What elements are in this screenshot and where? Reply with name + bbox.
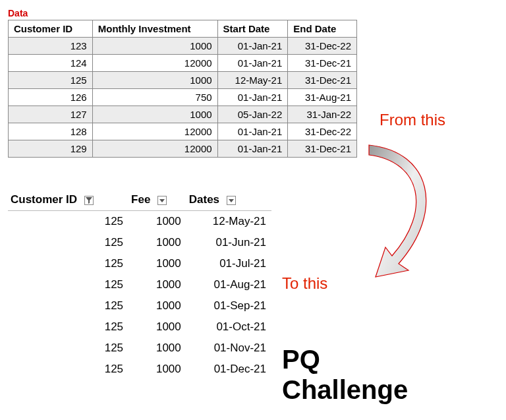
- table-row: 125100001-Jun-21: [8, 232, 271, 253]
- cell-start-date: 05-Jan-22: [217, 106, 288, 123]
- cell-monthly-investment: 12000: [92, 140, 217, 158]
- cell-customer-id: 125: [8, 316, 128, 338]
- cell-fee: 1000: [128, 338, 186, 359]
- table-row: 125100012-May-2131-Dec-21: [9, 72, 357, 89]
- cell-customer-id: 125: [8, 295, 128, 316]
- pq-challenge-title: PQ Challenge: [282, 344, 408, 405]
- col-header-label: Fee: [131, 193, 150, 206]
- cell-monthly-investment: 750: [92, 89, 217, 106]
- source-data-table: Customer ID Monthly Investment Start Dat…: [8, 20, 357, 158]
- cell-customer-id: 125: [8, 274, 128, 295]
- table-row: 125100012-May-21: [8, 211, 271, 233]
- col-header-label: Dates: [189, 193, 219, 206]
- cell-fee: 1000: [128, 211, 186, 233]
- table-row: 12675001-Jan-2131-Aug-21: [9, 89, 357, 106]
- table-row: 123100001-Jan-2131-Dec-22: [9, 38, 357, 55]
- cell-fee: 1000: [128, 253, 186, 274]
- table-row: 125100001-Dec-21: [8, 359, 271, 380]
- cell-customer-id: 125: [9, 72, 93, 89]
- col-header-monthly-investment: Monthly Investment: [92, 20, 217, 38]
- cell-end-date: 31-Jan-22: [288, 106, 357, 123]
- col-header-fee[interactable]: Fee: [128, 189, 186, 211]
- cell-customer-id: 124: [9, 55, 93, 72]
- col-header-label: Customer ID: [11, 193, 77, 206]
- cell-fee: 1000: [128, 359, 186, 380]
- cell-customer-id: 129: [9, 140, 93, 158]
- table-row: 127100005-Jan-2231-Jan-22: [9, 106, 357, 123]
- dropdown-icon[interactable]: [227, 196, 236, 205]
- cell-end-date: 31-Aug-21: [288, 89, 357, 106]
- cell-monthly-investment: 1000: [92, 72, 217, 89]
- filter-icon[interactable]: [84, 196, 94, 205]
- cell-date: 01-Sep-21: [186, 295, 271, 316]
- challenge-text: Challenge: [282, 375, 408, 404]
- col-header-customer-id: Customer ID: [9, 20, 93, 38]
- cell-start-date: 01-Jan-21: [217, 38, 288, 55]
- table-row: 125100001-Aug-21: [8, 274, 271, 295]
- table-row: 1291200001-Jan-2131-Dec-21: [9, 140, 357, 158]
- cell-date: 01-Oct-21: [186, 316, 271, 338]
- cell-date: 12-May-21: [186, 211, 271, 233]
- cell-customer-id: 125: [8, 211, 128, 233]
- cell-customer-id: 125: [8, 253, 128, 274]
- cell-monthly-investment: 1000: [92, 106, 217, 123]
- pq-text: PQ: [282, 345, 320, 374]
- to-this-label: To this: [282, 274, 327, 293]
- cell-customer-id: 125: [8, 359, 128, 380]
- table-row: 1281200001-Jan-2131-Dec-22: [9, 123, 357, 140]
- cell-start-date: 12-May-21: [217, 72, 288, 89]
- cell-end-date: 31-Dec-21: [288, 55, 357, 72]
- cell-start-date: 01-Jan-21: [217, 140, 288, 158]
- cell-end-date: 31-Dec-21: [288, 72, 357, 89]
- col-header-customer-id-result[interactable]: Customer ID: [8, 189, 128, 211]
- table-row: 125100001-Sep-21: [8, 295, 271, 316]
- cell-monthly-investment: 12000: [92, 123, 217, 140]
- cell-start-date: 01-Jan-21: [217, 89, 288, 106]
- cell-end-date: 31-Dec-22: [288, 38, 357, 55]
- cell-fee: 1000: [128, 274, 186, 295]
- cell-fee: 1000: [128, 316, 186, 338]
- from-this-label: From this: [380, 111, 445, 129]
- cell-start-date: 01-Jan-21: [217, 55, 288, 72]
- cell-fee: 1000: [128, 232, 186, 253]
- col-header-end-date: End Date: [288, 20, 357, 38]
- cell-customer-id: 125: [8, 338, 128, 359]
- cell-date: 01-Nov-21: [186, 338, 271, 359]
- cell-customer-id: 128: [9, 123, 93, 140]
- cell-end-date: 31-Dec-21: [288, 140, 357, 158]
- table-row: 125100001-Jul-21: [8, 253, 271, 274]
- cell-customer-id: 127: [9, 106, 93, 123]
- cell-customer-id: 125: [8, 232, 128, 253]
- cell-end-date: 31-Dec-22: [288, 123, 357, 140]
- cell-date: 01-Jul-21: [186, 253, 271, 274]
- col-header-start-date: Start Date: [217, 20, 288, 38]
- table-row: 1241200001-Jan-2131-Dec-21: [9, 55, 357, 72]
- cell-monthly-investment: 1000: [92, 38, 217, 55]
- col-header-dates[interactable]: Dates: [186, 189, 271, 211]
- cell-date: 01-Dec-21: [186, 359, 271, 380]
- cell-monthly-investment: 12000: [92, 55, 217, 72]
- table-row: 125100001-Oct-21: [8, 316, 271, 338]
- cell-fee: 1000: [128, 295, 186, 316]
- dropdown-icon[interactable]: [157, 196, 167, 205]
- cell-date: 01-Jun-21: [186, 232, 271, 253]
- table-row: 125100001-Nov-21: [8, 338, 271, 359]
- cell-date: 01-Aug-21: [186, 274, 271, 295]
- data-heading: Data: [8, 8, 498, 18]
- result-data-table: Customer ID Fee Dates 125100012-May-2112…: [8, 189, 271, 380]
- cell-start-date: 01-Jan-21: [217, 123, 288, 140]
- cell-customer-id: 126: [9, 89, 93, 106]
- cell-customer-id: 123: [9, 38, 93, 55]
